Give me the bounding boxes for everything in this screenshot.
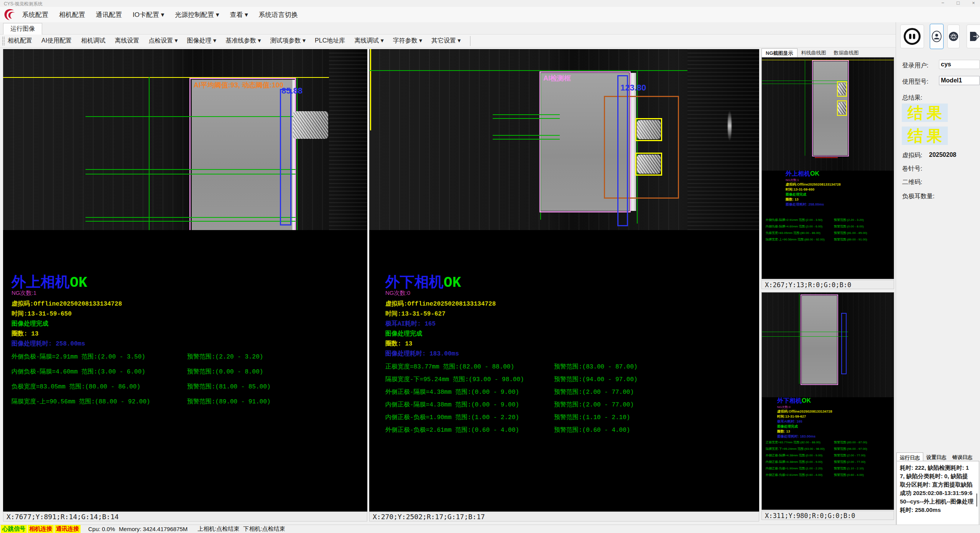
pause-button[interactable] — [900, 25, 924, 48]
measurement-row: 外侧负极-隔膜=2.91mm 范围:(2.00 - 3.50)预警范围:(2.2… — [12, 353, 150, 368]
virtual-code-label: 虚拟码: — [902, 151, 922, 160]
login-user-field[interactable]: cys — [939, 60, 980, 69]
toolbar-grip-icon[interactable] — [2, 37, 5, 45]
measurement-row: 外侧负极-隔膜=2.91mm 范围:(2.00 - 3.50)预警范围:(2.2… — [766, 218, 825, 224]
measure-green-hline — [493, 118, 560, 119]
measurement-text: 内侧正极-隔膜=4.38mm 范围:(0.00 - 9.00) — [385, 401, 519, 408]
ng-count-label: NG次数:0 — [777, 405, 832, 409]
menu-io-card-config[interactable]: IO卡配置 ▾ — [133, 10, 164, 19]
menu-view[interactable]: 查看 ▾ — [230, 10, 248, 19]
process-time-line: 图像处理耗时: 183.00ms — [385, 349, 496, 359]
baseline-green-vline — [149, 77, 150, 230]
measurement-row: 内侧负极-隔膜=4.60mm 范围:(3.00 - 6.00)预警范围:(0.0… — [766, 224, 825, 231]
measurement-row: 负极宽度=83.05mm 范围:(80.00 - 86.00)预警范围:(81.… — [12, 383, 150, 398]
ng-lower-thumbnail — [762, 293, 894, 397]
process-done-line: 图像处理完成 — [786, 192, 841, 197]
tool-test-item-params[interactable]: 测试项参数 ▾ — [270, 37, 306, 45]
tab-data-curve[interactable]: 数据曲线图 — [830, 48, 863, 57]
measurement-text: 内侧正极-负极=1.90mm 范围:(1.00 - 2.20) — [385, 414, 519, 421]
measurement-text: 负极宽度=83.05mm 范围:(80.00 - 86.00) — [12, 383, 140, 390]
menu-language-switch[interactable]: 系统语言切换 — [259, 10, 298, 19]
measurement-row: 内侧正极-隔膜=4.38mm 范围:(0.00 - 9.00)预警范围:(2.0… — [766, 460, 825, 466]
model-field[interactable]: Model1 — [939, 76, 980, 85]
tab-ng-screenshot[interactable]: NG截图显示 — [761, 48, 797, 57]
camera-name: 外下相机 — [385, 274, 444, 290]
width-value-label: 123.80 — [620, 83, 646, 93]
warning-range-text: 预警范围:(1.10 - 2.10) — [834, 466, 864, 470]
menu-camera-config[interactable]: 相机配置 — [59, 10, 85, 19]
warning-range-text: 预警范围:(81.00 - 85.00) — [187, 383, 271, 391]
loop-count-line: 圈数: 13 — [786, 197, 841, 202]
exit-button[interactable] — [967, 25, 980, 48]
tool-plc-address[interactable]: PLC地址库 — [315, 37, 345, 45]
measurement-text: 隔膜宽度-下=95.24mm 范围:(93.00 - 98.00) — [385, 376, 524, 383]
menu-system-config[interactable]: 系统配置 — [22, 10, 48, 19]
menu-comm-config[interactable]: 通讯配置 — [96, 10, 122, 19]
measurement-row: 内侧正极-负极=1.90mm 范围:(1.00 - 2.20)预警范围:(1.1… — [385, 413, 524, 426]
measure-green-hline — [493, 135, 560, 136]
time-line: 时间:13-31-59-650 — [12, 309, 122, 319]
warning-range-text: 预警范围:(2.00 - 77.00) — [834, 460, 865, 464]
measure-green-hline — [762, 336, 848, 337]
measurement-text: 外侧正极-负极=2.61mm 范围:(0.60 - 4.00) — [385, 427, 519, 434]
upper-camera-check-status: 上相机:点检结束 — [197, 525, 239, 533]
machinery-region — [687, 49, 759, 230]
reflection-streak — [728, 110, 732, 141]
process-done-line: 图像处理完成 — [385, 329, 496, 339]
ai-detect-box-pink — [801, 294, 838, 385]
defect-box-orange — [604, 96, 679, 199]
measure-green-hline — [493, 139, 560, 140]
ng-upper-measurements: 外侧负极-隔膜=2.91mm 范围:(2.00 - 3.50)预警范围:(2.2… — [766, 218, 825, 244]
camera-name: 外上相机 — [786, 170, 810, 177]
model-label: 使用型号: — [902, 78, 928, 86]
tab-run-image[interactable]: 运行图像 — [3, 23, 42, 35]
ai-box-label: AI检测框 — [543, 74, 571, 83]
tool-camera-config[interactable]: 相机配置 — [8, 37, 32, 45]
tab-detect-box-yellow — [837, 81, 847, 97]
tool-char-params[interactable]: 字符参数 ▾ — [393, 37, 422, 45]
tab-material-curve[interactable]: 料线曲线图 — [797, 48, 830, 57]
minimize-icon[interactable]: − — [939, 0, 946, 6]
user-login-button[interactable] — [930, 24, 944, 49]
tool-camera-debug[interactable]: 相机调试 — [81, 37, 105, 45]
tool-offline-setting[interactable]: 离线设置 — [115, 37, 139, 45]
menu-light-control-config[interactable]: 光源控制配置 ▾ — [175, 10, 219, 19]
tool-image-process[interactable]: 图像处理 ▾ — [187, 37, 216, 45]
upper-camera-pixel-readout: X:7677;Y:891;R:14;G:14;B:14 — [3, 512, 367, 521]
camera-result-headline: 外下相机OK — [385, 272, 496, 292]
warning-range-text: 预警范围:(0.60 - 4.00) — [834, 473, 864, 477]
ng-lower-measurements: 正极宽度=83.77mm 范围:(82.00 - 88.00)预警范围:(83.… — [766, 440, 825, 479]
upper-camera-image[interactable]: 85.88 AI平均阈值:93, 动态阈值:100 — [3, 49, 367, 230]
measure-green-hline — [762, 81, 848, 81]
cpu-usage-text: Cpu: 0.0% — [88, 526, 115, 532]
login-user-label: 登录用户: — [902, 62, 928, 70]
upper-camera-panel: 85.88 AI平均阈值:93, 动态阈值:100 外上相机OK NG次数:1 … — [3, 49, 367, 512]
menu-bar: 系统配置 相机配置 通讯配置 IO卡配置 ▾ 光源控制配置 ▾ 查看 ▾ 系统语… — [0, 7, 980, 22]
ng-upper-headline: 外上相机OK NG次数:1 虚拟码:Offline202502081331347… — [786, 170, 841, 207]
tool-offline-debug[interactable]: 离线调试 ▾ — [354, 37, 383, 45]
tool-other-settings[interactable]: 其它设置 ▾ — [431, 37, 460, 45]
users-manage-button[interactable] — [947, 25, 960, 48]
close-icon[interactable]: × — [970, 0, 977, 6]
lower-measurement-list: 正极宽度=83.77mm 范围:(82.00 - 88.00)预警范围:(83.… — [385, 363, 524, 439]
measurement-text: 外侧正极-负极=2.61mm 范围:(0.60 - 4.00) — [766, 473, 822, 477]
tool-ai-use-config[interactable]: AI使用配置 — [41, 37, 72, 45]
camera-result: OK — [802, 397, 811, 404]
maximize-icon[interactable]: □ — [955, 0, 962, 6]
ng-screenshot-lower[interactable]: 外下相机OK NG次数:0 虚拟码:Offline202502081331347… — [761, 292, 894, 510]
measure-green-hline — [86, 169, 296, 170]
measure-green-hline — [493, 114, 560, 115]
tool-baseline-params[interactable]: 基准线参数 ▾ — [225, 37, 261, 45]
ng-view-tabs: NG截图显示 料线曲线图 数据曲线图 — [761, 48, 863, 57]
lower-camera-image[interactable]: 123.80 AI检测框 — [369, 49, 759, 230]
tool-spot-check[interactable]: 点检设置 ▾ — [148, 37, 178, 45]
virtual-code-value: 20250208 — [929, 151, 956, 158]
ng-screenshot-upper[interactable]: 外上相机OK NG次数:1 虚拟码:Offline202502081331347… — [761, 57, 894, 279]
loop-count-line: 圈数: 13 — [385, 339, 496, 349]
measure-green-hline — [86, 116, 296, 117]
log-scrollbar[interactable] — [976, 494, 977, 507]
warning-range-text: 预警范围:(94.00 - 97.00) — [554, 375, 638, 383]
ai-time-line: 极耳AI耗时: 165 — [777, 419, 832, 424]
measurement-row: 负极宽度=83.05mm 范围:(80.00 - 86.00)预警范围:(81.… — [766, 231, 825, 237]
camera-result-headline: 外上相机OK — [12, 272, 122, 292]
